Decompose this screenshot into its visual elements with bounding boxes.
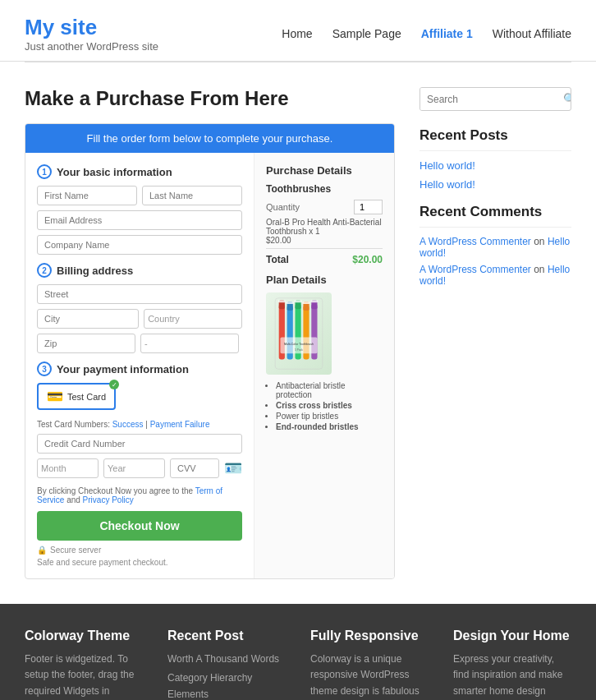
- footer-col-2-text: Colorway is a unique responsive WordPres…: [310, 652, 429, 700]
- email-row: [37, 210, 242, 230]
- footer-col-3: Design Your Home Express your creativity…: [453, 629, 571, 700]
- total-label: Total: [266, 254, 289, 265]
- site-tagline: Just another WordPress site: [25, 40, 158, 53]
- zip-row: -: [37, 334, 242, 353]
- safe-note: Safe and secure payment checkout.: [37, 558, 242, 567]
- step3-label: 3 Your payment information: [37, 362, 242, 376]
- footer-col-0-title: Colorway Theme: [25, 629, 143, 643]
- svg-rect-2: [278, 301, 286, 303]
- svg-rect-5: [287, 302, 294, 304]
- page-title: Make a Purchase From Here: [25, 87, 395, 110]
- footer-col-3-text: Express your creativity, find inspiratio…: [453, 652, 571, 700]
- name-row: [37, 186, 242, 205]
- comment-0: A WordPress Commenter on Hello world!: [419, 236, 571, 259]
- last-name-input[interactable]: [142, 186, 242, 205]
- sidebar: 🔍 Recent Posts Hello world! Hello world!…: [419, 87, 571, 579]
- quantity-label: Quantity: [266, 202, 300, 212]
- total-row: Total $20.00: [266, 248, 383, 265]
- expiry-row: Month Year 🪪: [37, 458, 242, 478]
- company-input[interactable]: [37, 235, 242, 255]
- svg-text:Multi-Color Toothbrush: Multi-Color Toothbrush: [284, 343, 314, 346]
- search-icon: 🔍: [563, 93, 571, 105]
- street-row: [37, 284, 242, 304]
- site-header: My site Just another WordPress site Home…: [0, 0, 596, 62]
- step3-section: 3 Your payment information 💳 Test Card ✓: [37, 362, 242, 478]
- success-link[interactable]: Success: [112, 420, 144, 429]
- company-row: [37, 235, 242, 255]
- recent-comments-title: Recent Comments: [419, 204, 571, 228]
- comment-1: A WordPress Commenter on Hello world!: [419, 264, 571, 287]
- footer-col-0-text: Footer is widgetized. To setup the foote…: [25, 652, 143, 700]
- test-numbers: Test Card Numbers: Success | Payment Fai…: [37, 420, 242, 429]
- checkout-button[interactable]: Checkout Now: [37, 511, 242, 541]
- footer-col-2-title: Fully Responsive: [310, 629, 429, 643]
- step3-circle: 3: [37, 362, 52, 376]
- month-select[interactable]: Month: [37, 458, 99, 478]
- country-select[interactable]: Country: [144, 309, 242, 329]
- payment-card-button[interactable]: 💳 Test Card ✓: [37, 383, 116, 410]
- zip-input[interactable]: [37, 334, 135, 353]
- cc-row: [37, 434, 242, 454]
- quantity-row: Quantity: [266, 200, 383, 214]
- plan-title: Plan Details: [266, 274, 383, 286]
- nav-home[interactable]: Home: [282, 27, 312, 40]
- total-price: $20.00: [352, 254, 383, 265]
- site-title: My site: [25, 15, 158, 40]
- step1-text: Your basic information: [57, 166, 172, 178]
- checkout-body: 1 Your basic information: [25, 153, 394, 578]
- cvv-input[interactable]: [170, 458, 219, 478]
- recent-posts-title: Recent Posts: [419, 127, 571, 151]
- step2-text: Billing address: [57, 265, 133, 277]
- comment-author-1[interactable]: A WordPress Commenter: [419, 264, 531, 275]
- feature-item: Criss cross bristles: [276, 401, 383, 410]
- checkout-right: Purchase Details Toothbrushes Quantity O…: [254, 153, 394, 578]
- search-button[interactable]: 🔍: [557, 88, 571, 110]
- comment-author-0[interactable]: A WordPress Commenter: [419, 236, 531, 247]
- main-nav: Home Sample Page Affiliate 1 Without Aff…: [282, 27, 571, 40]
- footer-col-1-title: Recent Post: [167, 629, 286, 643]
- checkout-left: 1 Your basic information: [25, 153, 254, 578]
- first-name-input[interactable]: [37, 186, 137, 205]
- step1-label: 1 Your basic information: [37, 164, 242, 179]
- checkout-container: Fill the order form below to complete yo…: [25, 123, 395, 579]
- city-country-row: Country: [37, 309, 242, 329]
- svg-rect-8: [295, 301, 302, 303]
- year-select[interactable]: Year: [103, 458, 165, 478]
- checkout-header: Fill the order form below to complete yo…: [25, 124, 394, 153]
- footer-link-1[interactable]: Category Hierarchy Elements: [167, 670, 286, 700]
- footer-col-1: Recent Post Worth A Thousand Words Categ…: [167, 629, 286, 700]
- footer-col-2: Fully Responsive Colorway is a unique re…: [310, 629, 429, 700]
- street-input[interactable]: [37, 284, 242, 304]
- footer-link-0[interactable]: Worth A Thousand Words: [167, 652, 286, 667]
- svg-rect-11: [303, 302, 310, 304]
- card-icon: 💳: [47, 389, 63, 404]
- recent-post-1[interactable]: Hello world!: [419, 178, 571, 191]
- recent-post-0[interactable]: Hello world!: [419, 159, 571, 172]
- email-input[interactable]: [37, 210, 242, 230]
- nav-without-affiliate[interactable]: Without Affiliate: [493, 27, 571, 40]
- lock-icon: 🔒: [37, 546, 47, 555]
- footer-col-3-title: Design Your Home: [453, 629, 571, 643]
- failure-link[interactable]: Payment Failure: [150, 420, 210, 429]
- search-box: 🔍: [419, 87, 571, 111]
- nav-sample-page[interactable]: Sample Page: [332, 27, 401, 40]
- content-area: Make a Purchase From Here Fill the order…: [25, 87, 395, 579]
- quantity-input[interactable]: [354, 200, 383, 214]
- nav-affiliate1[interactable]: Affiliate 1: [421, 27, 473, 40]
- privacy-link[interactable]: Privacy Policy: [83, 495, 134, 504]
- cc-number-input[interactable]: [37, 434, 242, 454]
- purchase-title: Purchase Details: [266, 164, 383, 177]
- svg-rect-14: [310, 301, 318, 303]
- card-check-icon: ✓: [109, 380, 119, 389]
- city-input[interactable]: [37, 309, 139, 329]
- step1-section: 1 Your basic information: [37, 164, 242, 255]
- step3-text: Your payment information: [57, 363, 189, 375]
- state-select[interactable]: -: [140, 334, 239, 353]
- step2-circle: 2: [37, 263, 52, 278]
- search-input[interactable]: [420, 88, 557, 110]
- terms-text: By clicking Checkout Now you agree to th…: [37, 486, 242, 504]
- site-branding: My site Just another WordPress site: [25, 15, 158, 53]
- step1-circle: 1: [37, 164, 52, 179]
- product-line: Oral-B Pro Health Anti-Bacterial Toothbr…: [266, 218, 383, 245]
- card-label: Test Card: [67, 392, 106, 402]
